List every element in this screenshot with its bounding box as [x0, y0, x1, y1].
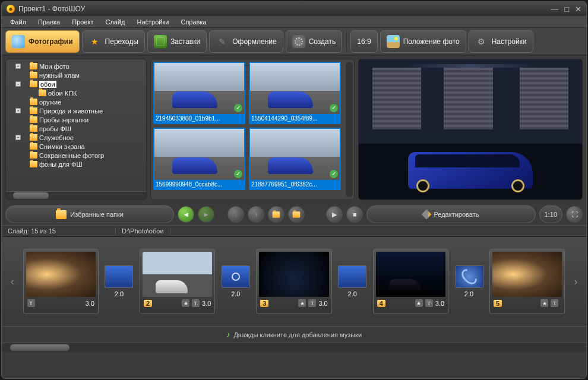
- folder-icon: [30, 152, 37, 159]
- star-toggle[interactable]: ★: [415, 299, 423, 307]
- tree-node[interactable]: +Мои фото: [30, 62, 145, 71]
- fullscreen-button[interactable]: ⛶: [566, 206, 583, 223]
- menu-project[interactable]: Проект: [67, 17, 98, 27]
- star-toggle[interactable]: ★: [540, 299, 548, 307]
- folder-up-button[interactable]: [288, 206, 305, 223]
- reel-icon: [292, 35, 305, 48]
- nav-back-button[interactable]: ◄: [178, 206, 194, 223]
- stop-button[interactable]: ■: [346, 206, 363, 223]
- settings-button[interactable]: ⚙Настройки: [469, 30, 533, 53]
- tree-node[interactable]: +Служебное: [30, 133, 145, 142]
- menu-file[interactable]: Файл: [5, 17, 31, 27]
- music-track[interactable]: ♪ Дважды кликните для добавления музыки: [2, 326, 586, 343]
- timeline-slide[interactable]: 5★T: [489, 249, 565, 314]
- menu-settings[interactable]: Настройки: [132, 17, 174, 27]
- folder-tree[interactable]: +Мои фотонужный хлам-обоиобои КПКоружие+…: [6, 59, 146, 191]
- expand-icon[interactable]: -: [15, 81, 21, 87]
- tree-label: Снимки экрана: [39, 143, 85, 150]
- aspect-button[interactable]: 16:9: [350, 30, 377, 53]
- photo-thumb[interactable]: ✓15504144290_0354f89...: [249, 62, 341, 124]
- status-bar: Слайд: 15 из 15 D:\Photo\обои: [2, 225, 586, 237]
- nav-forward-button[interactable]: ►: [198, 206, 214, 223]
- tree-label: Сохраненные фотогр: [39, 152, 104, 159]
- main-toolbar: Фотографии ★Переходы Заставки ✎Оформлени…: [2, 28, 586, 55]
- brush-icon: ✎: [216, 35, 229, 48]
- tree-label: обои: [39, 81, 56, 88]
- tab-photos[interactable]: Фотографии: [5, 30, 80, 53]
- tree-node[interactable]: нужный хлам: [30, 71, 145, 80]
- favorites-button[interactable]: Избранные папки: [5, 205, 174, 223]
- folder-icon: [56, 210, 67, 219]
- tree-node[interactable]: -обои: [30, 80, 145, 88]
- slide-duration: 3.0: [86, 300, 94, 307]
- expand-icon[interactable]: +: [15, 108, 21, 113]
- camera-icon: [12, 35, 25, 48]
- tab-templates[interactable]: Заставки: [147, 30, 207, 53]
- timeline-slide[interactable]: 4★T3.0: [373, 249, 448, 314]
- tree-node[interactable]: пробы ФШ: [30, 124, 145, 133]
- tree-label: нужный хлам: [39, 72, 80, 79]
- timeline-next-button[interactable]: ›: [570, 270, 581, 293]
- transition-duration: 2.0: [115, 290, 124, 297]
- menubar: Файл Правка Проект Слайд Настройки Справ…: [2, 16, 586, 28]
- tree-label: Пробы зеркалки: [39, 116, 88, 124]
- photo-thumb[interactable]: ✓15699990948_0ccab8c...: [153, 128, 245, 190]
- tree-node[interactable]: Пробы зеркалки: [30, 115, 145, 124]
- menu-slide[interactable]: Слайд: [100, 17, 129, 27]
- upload-button[interactable]: ↑: [248, 206, 264, 223]
- close-button[interactable]: ✕: [575, 5, 581, 14]
- text-toggle[interactable]: T: [27, 299, 35, 307]
- timeline-slide[interactable]: T3.0: [23, 249, 99, 314]
- photo-position-button[interactable]: Положение фото: [380, 30, 466, 53]
- text-toggle[interactable]: T: [551, 299, 558, 307]
- tree-node[interactable]: обои КПК: [30, 88, 145, 97]
- tree-node[interactable]: Снимки экрана: [30, 142, 145, 151]
- edit-button[interactable]: Редактировать: [366, 205, 535, 223]
- minimize-button[interactable]: —: [551, 5, 558, 14]
- transition[interactable]: 2.0: [103, 265, 135, 297]
- tree-label: обои КПК: [48, 90, 77, 97]
- folder-icon: [39, 90, 46, 96]
- tab-transitions[interactable]: ★Переходы: [82, 30, 145, 53]
- timeline-slide[interactable]: 3★T3.0: [256, 249, 331, 314]
- play-button[interactable]: ▶: [326, 206, 343, 223]
- text-toggle[interactable]: T: [308, 299, 316, 307]
- photo-thumb[interactable]: ✓21945033800_01b9b1...: [153, 62, 245, 124]
- maximize-button[interactable]: □: [564, 5, 569, 14]
- slide-number: 5: [494, 300, 502, 307]
- menu-help[interactable]: Справка: [176, 17, 211, 27]
- tree-node[interactable]: Сохраненные фотогр: [30, 151, 145, 160]
- timeline-prev-button[interactable]: ‹: [7, 270, 18, 293]
- menu-edit[interactable]: Правка: [33, 17, 65, 27]
- slide-duration: 3.0: [435, 300, 444, 307]
- tab-design[interactable]: ✎Оформление: [209, 30, 283, 53]
- expand-icon[interactable]: +: [15, 64, 21, 69]
- tab-create[interactable]: Создать: [286, 30, 343, 53]
- slide-duration: 3.0: [202, 300, 211, 307]
- photo-grid: ✓21945033800_01b9b1...✓15504144290_0354f…: [150, 59, 355, 200]
- thumb-caption: 15504144290_0354f89...: [250, 114, 340, 123]
- transition[interactable]: 2.0: [220, 265, 251, 297]
- star-toggle[interactable]: ★: [182, 299, 189, 307]
- text-toggle[interactable]: T: [192, 299, 200, 307]
- timeline[interactable]: ‹ T3.02.02★T3.02.03★T3.02.04★T3.02.05★T›: [2, 237, 586, 326]
- tree-scrollbar[interactable]: [6, 191, 146, 200]
- window-title: Проект1 - ФотоШОУ: [18, 5, 85, 13]
- tree-node[interactable]: фоны для ФШ: [30, 160, 145, 169]
- music-note-icon: ♪: [226, 330, 230, 339]
- grid-scrollbar[interactable]: [346, 62, 353, 197]
- tree-node[interactable]: оружие: [30, 97, 145, 106]
- star-toggle[interactable]: ★: [298, 299, 306, 307]
- check-icon: ✓: [234, 104, 242, 112]
- timeline-scrollbar[interactable]: [2, 343, 586, 352]
- transition[interactable]: 2.0: [337, 265, 368, 297]
- photo-thumb[interactable]: ✓21887769951_0f6382c...: [249, 128, 341, 190]
- tree-node[interactable]: +Природа и животные: [30, 106, 145, 115]
- download-button[interactable]: ↓: [227, 206, 244, 223]
- text-toggle[interactable]: T: [425, 299, 433, 307]
- folder-down-button[interactable]: [268, 206, 284, 223]
- expand-icon[interactable]: +: [15, 135, 21, 140]
- timeline-slide[interactable]: 2★T3.0: [140, 249, 215, 314]
- transition[interactable]: 2.0: [453, 265, 485, 297]
- thumb-caption: 15699990948_0ccab8c...: [154, 180, 244, 189]
